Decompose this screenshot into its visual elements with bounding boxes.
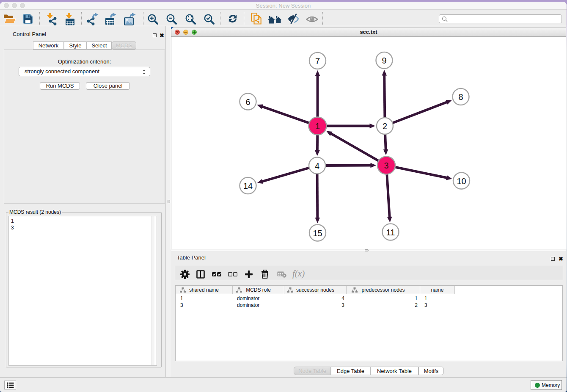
svg-text:11: 11 bbox=[386, 228, 395, 237]
svg-text:6: 6 bbox=[245, 97, 250, 107]
svg-text:14: 14 bbox=[243, 181, 253, 190]
svg-text:15: 15 bbox=[313, 229, 322, 238]
svg-text:1: 1 bbox=[315, 121, 320, 131]
svg-text:2: 2 bbox=[383, 121, 387, 131]
svg-text:3: 3 bbox=[384, 161, 388, 170]
svg-text:9: 9 bbox=[382, 56, 386, 65]
svg-text:10: 10 bbox=[457, 177, 466, 186]
svg-text:8: 8 bbox=[458, 92, 463, 102]
svg-text:7: 7 bbox=[315, 56, 320, 66]
svg-text:4: 4 bbox=[315, 161, 319, 171]
